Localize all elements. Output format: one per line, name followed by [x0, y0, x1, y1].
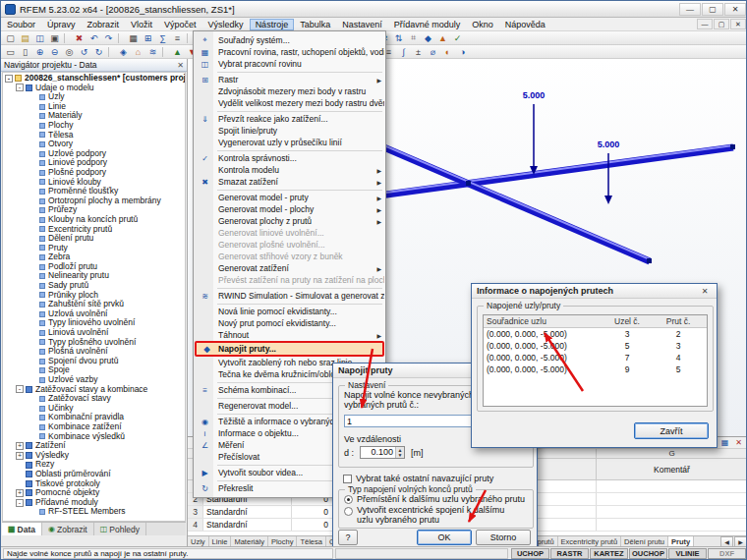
child-close-button[interactable]: ✕ — [730, 19, 746, 29]
menu-item[interactable]: Generovat model - plochy ▶ — [195, 203, 384, 215]
tree-expander[interactable]: - — [5, 75, 13, 83]
toolbar-icon[interactable]: ▯ — [18, 46, 32, 58]
radio-selected-icon[interactable] — [344, 495, 353, 504]
toolbar-icon[interactable] — [162, 47, 168, 57]
tree-expander[interactable]: - — [16, 385, 24, 393]
tree-expander[interactable]: - — [16, 84, 24, 91]
menu-item[interactable]: Kontrola modelu ▶ — [195, 164, 384, 176]
tree-item[interactable]: Otvory — [3, 140, 185, 149]
tree-item[interactable]: Uzlová uvolnění — [3, 309, 185, 319]
tree-item[interactable]: + Výsledky — [3, 451, 185, 461]
table-toolbar-icon[interactable]: ✕ — [732, 438, 745, 448]
tree-expander[interactable]: + — [16, 452, 24, 460]
tree-item[interactable]: Oblasti průměrování — [3, 470, 185, 479]
toolbar-icon[interactable]: ∑ — [155, 32, 170, 44]
menu-item[interactable]: ▦ Pracovní rovina, rastr, uchopení objek… — [195, 46, 384, 58]
toolbar-icon[interactable]: ◐ — [440, 46, 455, 58]
radio-icon[interactable] — [344, 507, 353, 516]
tree-item[interactable]: Proměnné tloušťky — [3, 187, 185, 196]
menu-bar-item[interactable]: Zobrazit — [82, 19, 126, 30]
tree-item[interactable]: Kombinace výsledků — [3, 432, 185, 442]
tree-item[interactable]: Dělení prutu — [3, 234, 185, 244]
node-marker[interactable] — [730, 144, 735, 149]
toolbar-icon[interactable]: ↷ — [101, 32, 116, 44]
tree-item[interactable]: Uzlové vazby — [3, 375, 185, 385]
tree-item[interactable]: Průřezy — [3, 205, 185, 215]
menu-item[interactable]: Převést zatížení na pruty na zatížení na… — [195, 274, 384, 286]
menu-item[interactable]: Vygenerovat uzly v průsečíku linií — [195, 137, 384, 148]
toolbar-icon[interactable]: ◈ — [116, 46, 131, 58]
tree-item[interactable]: Průniky ploch — [3, 291, 185, 301]
toolbar-icon[interactable]: ▲ — [170, 46, 185, 58]
minimize-button[interactable]: — — [679, 3, 701, 16]
toolbar-icon[interactable]: ↺ — [77, 46, 91, 58]
toolbar-icon[interactable]: ✖ — [72, 32, 86, 44]
close-button[interactable]: ✕ — [724, 3, 746, 16]
menu-item[interactable]: ⊞ Rastr ▶ — [195, 74, 384, 85]
menu-item[interactable]: Táhnout ▶ — [195, 329, 384, 341]
tree-item[interactable]: Typy plošného uvolnění — [3, 338, 185, 348]
toolbar-icon[interactable]: ◎ — [62, 46, 77, 58]
menu-item[interactable]: ✓ Kontrola správnosti... — [195, 152, 384, 164]
maximize-button[interactable]: ▢ — [702, 3, 723, 16]
cancel-button[interactable]: Storno — [476, 530, 531, 545]
tree-item[interactable]: Podloží prutu — [3, 262, 185, 272]
menu-item[interactable]: ◫ Vybrat pracovní rovinu — [195, 58, 384, 70]
checkbox-icon[interactable] — [343, 475, 352, 483]
tree-item[interactable]: Sady prutů — [3, 281, 185, 291]
close-dialog-button[interactable]: Zavřít — [634, 422, 709, 439]
column-letter-g[interactable]: G — [597, 449, 747, 458]
child-restore-button[interactable]: ▢ — [714, 19, 729, 29]
tree-item[interactable]: Plošná uvolnění — [3, 347, 185, 357]
menu-item[interactable]: Generovat plošné uvolnění... — [195, 239, 384, 251]
tree-item[interactable]: Řezy — [3, 460, 185, 470]
menu-bar-item[interactable]: Nápověda — [499, 19, 551, 30]
menu-item[interactable]: ⌖ Souřadný systém... — [195, 34, 384, 46]
menu-bar-item[interactable]: Vložit — [125, 19, 158, 30]
menu-bar-item[interactable]: Výpočet — [158, 19, 202, 30]
status-toggle[interactable]: KARTEZ — [590, 548, 628, 559]
tree-item[interactable]: Zahuštění sítě prvků — [3, 300, 185, 309]
menu-bar-item[interactable]: Soubor — [1, 19, 41, 30]
tree-item[interactable]: Pruty — [3, 244, 185, 253]
tree-item[interactable]: - Přídavné moduly — [3, 498, 185, 508]
toolbar-icon[interactable]: ± — [411, 46, 426, 58]
tree-item[interactable]: RF-STEEL Members — [3, 507, 185, 517]
navigator-tab[interactable]: ◉ Zobrazit — [42, 523, 94, 535]
dialog-title-bar[interactable]: Informace o napojených prutech ✕ — [472, 284, 717, 299]
table-toolbar-icon[interactable]: ▦ — [718, 438, 731, 448]
toolbar-icon[interactable]: ▲ — [435, 32, 450, 44]
menu-bar-item[interactable]: Okno — [466, 19, 499, 30]
toolbar-icon[interactable]: ◆ — [421, 32, 435, 44]
tree-item[interactable]: Žebra — [3, 252, 185, 262]
menu-bar-item[interactable]: Přídavné moduly — [388, 19, 467, 30]
tree-item[interactable]: Materiály — [3, 111, 185, 121]
menu-bar-item[interactable]: Nástroje — [250, 19, 295, 30]
menu-item[interactable]: Generovat plochy z prutů ▶ — [195, 215, 384, 227]
tree-item[interactable]: Uzly — [3, 92, 185, 102]
tree-item[interactable]: Plošné podpory — [3, 168, 185, 178]
tree-item[interactable]: Excentricity prutů — [3, 225, 185, 235]
status-toggle[interactable]: VLINIE — [668, 548, 707, 559]
toolbar-icon[interactable]: ⌗ — [406, 32, 421, 44]
menu-item[interactable]: Zdvojnásobit mezery mezi body v rastru — [195, 85, 384, 97]
navigator-tab[interactable]: ◫ Pohledy — [94, 523, 146, 535]
toolbar-icon[interactable]: ↶ — [86, 32, 101, 44]
help-button[interactable]: ? — [338, 530, 358, 545]
toolbar-icon[interactable]: ▤ — [18, 32, 32, 44]
status-toggle[interactable]: RASTR — [550, 548, 589, 559]
toolbar-icon[interactable]: ⊕ — [32, 46, 47, 58]
toolbar-icon[interactable] — [118, 33, 124, 43]
toolbar-icon[interactable]: ▦ — [126, 32, 141, 44]
tree-item[interactable]: Linie — [3, 102, 185, 112]
spinner-arrows-icon[interactable]: ▲▼ — [395, 447, 404, 458]
menu-bar-item[interactable]: Úpravy — [41, 19, 82, 30]
menu-item[interactable]: ≋ RWIND Simulation - Simulovat a generov… — [195, 290, 384, 302]
menu-item[interactable]: Generovat střihové vzory z buněk — [195, 251, 384, 262]
dialog-close-icon[interactable]: ✕ — [698, 287, 712, 296]
tree-item[interactable]: Zatěžovací stavy — [3, 394, 185, 404]
menu-item[interactable]: Nový prut pomocí ekvidistanty... — [195, 317, 384, 329]
tree-item[interactable]: Uzlové podpory — [3, 149, 185, 159]
status-toggle[interactable]: UCHOP — [511, 548, 549, 559]
tree-item[interactable]: Plochy — [3, 121, 185, 131]
